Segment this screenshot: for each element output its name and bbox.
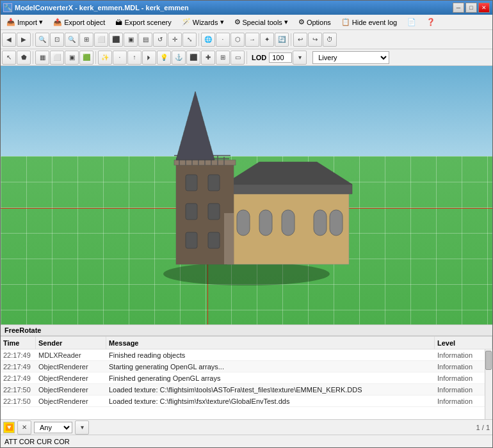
table-row[interactable]: 22:17:50 ObjectRenderer Loaded texture: … [1, 396, 492, 407]
part-btn[interactable]: ⬛ [186, 51, 200, 65]
points-btn[interactable]: · [216, 33, 230, 47]
viewport[interactable] [1, 66, 492, 324]
menu-export-object[interactable]: 📤 Export object [49, 16, 109, 29]
grid-btn[interactable]: ⊞ [216, 51, 230, 65]
toolbar-view: ↖ ⬟ ▦ ⬜ ▣ 🟩 ✨ · ↑ ⏵ 💡 ⚓ ⬛ ✚ ⊞ ▭ LOD ▾ Li… [1, 49, 492, 66]
svg-rect-8 [330, 210, 343, 236]
log-time: 22:17:49 [1, 374, 36, 382]
filter-dropdown-btn[interactable]: ▾ [75, 420, 89, 435]
sep3 [291, 33, 291, 46]
special-tools-arrow: ▾ [284, 18, 288, 26]
star-btn[interactable]: ✦ [260, 33, 274, 47]
view-3d[interactable]: ⬜ [94, 33, 108, 47]
wire-btn[interactable]: ⬡ [230, 33, 245, 47]
svg-rect-5 [259, 210, 272, 236]
road-btn[interactable]: ▭ [230, 51, 245, 65]
zoom-fit[interactable]: ⊡ [50, 33, 64, 47]
view-top[interactable]: ⬛ [109, 33, 123, 47]
title-bar: 🔧 ModelConverterX - kerk_emmen.MDL - ker… [1, 1, 492, 15]
title-bar-left: 🔧 ModelConverterX - kerk_emmen.MDL - ker… [3, 3, 189, 12]
export-scenery-label: Export scenery [124, 19, 171, 26]
menu-wizards[interactable]: 🪄 Wizards ▾ [177, 16, 229, 29]
scale[interactable]: ⤡ [182, 33, 197, 47]
table-row[interactable]: 22:17:49 MDLXReader Finished reading obj… [1, 349, 492, 361]
main-window: 🔧 ModelConverterX - kerk_emmen.MDL - ker… [0, 0, 493, 448]
redo[interactable]: ↪ [308, 33, 322, 47]
svg-rect-4 [237, 210, 250, 236]
move[interactable]: ✛ [168, 33, 182, 47]
poly-tool[interactable]: ⬟ [17, 51, 31, 65]
cycle-btn[interactable]: 🔄 [275, 33, 289, 47]
log-time: 22:17:49 [1, 351, 36, 359]
svg-marker-3 [224, 162, 352, 184]
scrollbar-thumb[interactable] [485, 351, 492, 370]
filter-icon: 🔽 [3, 422, 15, 433]
globe-btn[interactable]: 🌐 [201, 33, 215, 47]
anim-btn[interactable]: ⏵ [142, 51, 156, 65]
zoom-in[interactable]: 🔍 [35, 33, 49, 47]
status-text: ATT COR CUR COR [4, 438, 70, 445]
import-icon: 📥 [6, 18, 15, 26]
special-tools-label: Special tools [243, 19, 282, 26]
axis-btn[interactable]: ✚ [201, 51, 215, 65]
normal-btn[interactable]: ↑ [127, 51, 141, 65]
minimize-button[interactable]: ─ [453, 3, 464, 13]
sep2 [198, 33, 199, 46]
close-button[interactable]: ✕ [478, 3, 490, 13]
lod-section: LOD [252, 52, 292, 63]
effects-btn[interactable]: ✨ [98, 51, 112, 65]
table-row[interactable]: 22:17:49 ObjectRenderer Finished generat… [1, 372, 492, 384]
mat-view[interactable]: 🟩 [79, 51, 93, 65]
log-sender: MDLXReader [36, 351, 106, 359]
log-time: 22:17:50 [1, 386, 36, 394]
lod-dropdown[interactable]: ▾ [293, 51, 307, 65]
log-panel: Time Sender Message Level 22:17:49 MDLXR… [1, 336, 492, 419]
select-tool[interactable]: ↖ [2, 51, 16, 65]
scrollbar-track[interactable] [485, 349, 492, 419]
texture-view[interactable]: ▣ [65, 51, 79, 65]
svg-point-0 [163, 262, 330, 285]
col-time: Time [1, 337, 36, 349]
maximize-button[interactable]: □ [465, 3, 477, 13]
log-sender: ObjectRenderer [36, 374, 106, 382]
nav-forward[interactable]: ▶ [17, 33, 31, 47]
col-message: Message [106, 337, 435, 349]
toolbar-navigation: ◀ ▶ 🔍 ⊡ 🔍 ⊞ ⬜ ⬛ ▣ ▤ ↺ ✛ ⤡ 🌐 · ⬡ → ✦ 🔄 ↩ … [1, 30, 492, 49]
timer[interactable]: ⏱ [323, 33, 337, 47]
nav-back[interactable]: ◀ [2, 33, 16, 47]
table-row[interactable]: 22:17:50 ObjectRenderer Loaded texture: … [1, 384, 492, 396]
light-btn[interactable]: 💡 [157, 51, 171, 65]
log-level: Information [435, 374, 492, 382]
log-message: Starting generating OpenGL arrays... [106, 363, 435, 371]
menu-import[interactable]: 📥 Import ▾ [2, 16, 47, 29]
wire-view[interactable]: ▦ [35, 51, 49, 65]
menu-hide-event-log[interactable]: 📋 Hide event log [337, 16, 401, 29]
view-reset[interactable]: ⊞ [79, 33, 93, 47]
view-front[interactable]: ▣ [124, 33, 138, 47]
log-rows: 22:17:49 MDLXReader Finished reading obj… [1, 349, 492, 407]
log-sender: ObjectRenderer [36, 363, 106, 371]
vertex-btn[interactable]: · [113, 51, 127, 65]
zoom-out[interactable]: 🔍 [65, 33, 79, 47]
solid-view[interactable]: ⬜ [50, 51, 64, 65]
menu-export-scenery[interactable]: 🏔 Export scenery [111, 16, 175, 29]
rotate[interactable]: ↺ [153, 33, 167, 47]
undo[interactable]: ↩ [293, 33, 307, 47]
menu-special-tools[interactable]: ⚙ Special tools ▾ [230, 16, 293, 29]
wizards-icon: 🪄 [182, 18, 191, 26]
lod-input[interactable] [269, 52, 292, 63]
table-row[interactable]: 22:17:49 ObjectRenderer Starting generat… [1, 361, 492, 372]
menu-help[interactable]: 📄 [403, 16, 421, 29]
filter-select[interactable]: Any [34, 422, 72, 433]
sep5 [95, 51, 96, 64]
livery-select[interactable]: Livery [312, 51, 389, 64]
menu-options[interactable]: ⚙ Options [294, 16, 335, 29]
clear-filter-btn[interactable]: ✕ [17, 420, 31, 435]
attach-btn[interactable]: ⚓ [172, 51, 186, 65]
log-header: Time Sender Message Level [1, 337, 492, 349]
view-side[interactable]: ▤ [138, 33, 152, 47]
arrow-btn[interactable]: → [245, 33, 259, 47]
log-scroll-area[interactable]: 22:17:49 MDLXReader Finished reading obj… [1, 349, 492, 419]
menu-help-btn[interactable]: ❓ [422, 16, 440, 29]
log-time: 22:17:50 [1, 397, 36, 405]
